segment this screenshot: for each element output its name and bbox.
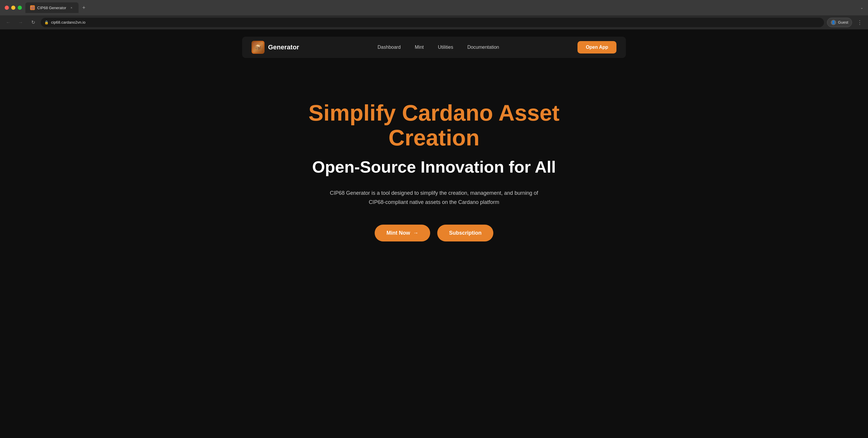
nav-link-mint[interactable]: Mint bbox=[415, 45, 424, 50]
hero-buttons: Mint Now → Subscription bbox=[278, 225, 590, 241]
lock-icon: 🔒 bbox=[44, 20, 49, 25]
address-bar[interactable]: 🔒 cip68.cardano2vn.io bbox=[41, 18, 824, 27]
site-navbar: 📦 Generator Dashboard Mint Utilities Doc… bbox=[242, 37, 626, 58]
arrow-icon: → bbox=[413, 230, 418, 236]
refresh-button[interactable]: ↻ bbox=[28, 18, 38, 27]
browser-titlebar: 🟫 CIP68 Generator × + ⌄ bbox=[0, 0, 868, 16]
hero-description: CIP68 Generator is a tool designed to si… bbox=[328, 188, 540, 207]
hero-section: Simplify Cardano Asset Creation Open-Sou… bbox=[272, 65, 596, 265]
nav-link-utilities[interactable]: Utilities bbox=[438, 45, 453, 50]
subscription-button[interactable]: Subscription bbox=[437, 225, 493, 241]
browser-menu-button[interactable]: ⋮ bbox=[855, 18, 864, 27]
minimize-traffic-light[interactable] bbox=[11, 6, 16, 10]
open-app-button[interactable]: Open App bbox=[578, 41, 616, 54]
profile-icon: 👤 bbox=[831, 20, 836, 25]
nav-logo: 📦 bbox=[252, 41, 265, 54]
nav-link-documentation[interactable]: Documentation bbox=[467, 45, 499, 50]
mint-now-label: Mint Now bbox=[386, 230, 410, 236]
browser-toolbar: ← → ↻ 🔒 cip68.cardano2vn.io 👤 Guest ⋮ bbox=[0, 16, 868, 30]
browser-chrome: 🟫 CIP68 Generator × + ⌄ ← → ↻ 🔒 cip68.ca… bbox=[0, 0, 868, 30]
expand-arrow-icon[interactable]: ⌄ bbox=[860, 6, 863, 10]
tab-bar: 🟫 CIP68 Generator × + bbox=[25, 2, 857, 13]
hero-title-orange: Simplify Cardano Asset Creation bbox=[278, 100, 590, 150]
close-traffic-light[interactable] bbox=[5, 6, 9, 10]
website-content: 📦 Generator Dashboard Mint Utilities Doc… bbox=[0, 37, 868, 438]
hero-title-white: Open-Source Innovation for All bbox=[278, 157, 590, 177]
nav-brand-name: Generator bbox=[268, 43, 299, 51]
back-button[interactable]: ← bbox=[4, 18, 13, 27]
forward-button[interactable]: → bbox=[16, 18, 25, 27]
profile-label: Guest bbox=[838, 20, 848, 25]
nav-brand: 📦 Generator bbox=[252, 41, 299, 54]
mint-now-button[interactable]: Mint Now → bbox=[375, 225, 430, 241]
tab-title: CIP68 Generator bbox=[37, 6, 67, 10]
profile-button[interactable]: 👤 Guest bbox=[827, 18, 852, 27]
nav-links: Dashboard Mint Utilities Documentation bbox=[378, 45, 499, 50]
new-tab-button[interactable]: + bbox=[80, 4, 88, 12]
tab-favicon: 🟫 bbox=[30, 5, 35, 10]
address-url: cip68.cardano2vn.io bbox=[51, 20, 820, 25]
maximize-traffic-light[interactable] bbox=[18, 6, 22, 10]
tab-close-button[interactable]: × bbox=[69, 5, 74, 10]
active-tab[interactable]: 🟫 CIP68 Generator × bbox=[25, 2, 79, 13]
nav-logo-inner: 📦 bbox=[253, 42, 264, 53]
traffic-lights bbox=[5, 6, 22, 10]
nav-link-dashboard[interactable]: Dashboard bbox=[378, 45, 401, 50]
